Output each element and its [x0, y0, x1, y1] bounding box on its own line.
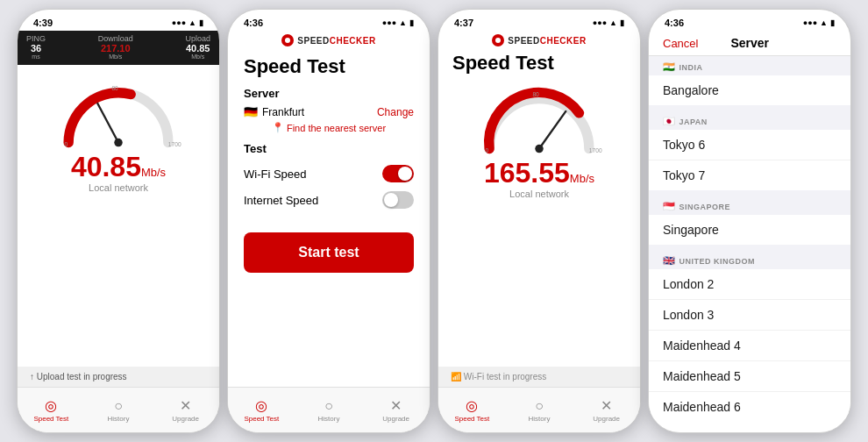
nav-upgrade-1[interactable]: ✕ Upgrade — [152, 388, 219, 432]
speedometer-section-3: 0 80 1700 165.55Mb/s Local network — [438, 75, 640, 203]
ping-unit: ms — [32, 53, 39, 60]
country-name-japan: JAPAN — [679, 118, 708, 126]
nearest-server-text: Find the nearest server — [287, 123, 386, 133]
speedtest-nav-icon-3: ◎ — [466, 397, 478, 414]
speedtest-nav-icon-2: ◎ — [255, 397, 267, 414]
server-list: 🇮🇳 INDIA Bangalore 🇯🇵 JAPAN Tokyo 6 Toky… — [649, 56, 850, 419]
signal-icon: ●●● — [172, 18, 186, 27]
wifi-progress-3: 📶 Wi-Fi test in progress — [438, 367, 640, 387]
ping-label: PING — [26, 34, 46, 43]
logo-text-3: SPEEDCHECKER — [508, 36, 586, 46]
nav-label-2-0: Speed Test — [244, 415, 279, 423]
test-section: Test Wi-Fi Speed Internet Speed — [244, 142, 414, 213]
change-server-btn[interactable]: Change — [377, 106, 414, 118]
signal-icon-4: ●●● — [803, 18, 817, 27]
history-nav-icon-2: ○ — [324, 398, 333, 414]
server-tokyo7[interactable]: Tokyo 7 — [649, 160, 850, 190]
server-row: 🇩🇪 Frankfurt Change — [244, 105, 414, 118]
server-london3[interactable]: London 3 — [649, 300, 850, 331]
speed-unit-3: Mb/s — [570, 172, 594, 185]
svg-line-8 — [539, 111, 566, 149]
server-maidenhead4[interactable]: Maidenhead 4 — [649, 331, 850, 361]
wifi-speed-toggle[interactable] — [382, 165, 414, 182]
nav-upgrade-2[interactable]: ✕ Upgrade — [362, 388, 430, 432]
upgrade-nav-icon-2: ✕ — [390, 397, 402, 414]
bottom-nav-3: ◎ Speed Test ○ History ✕ Upgrade — [438, 387, 640, 432]
svg-text:0: 0 — [64, 141, 68, 147]
logo-icon-3 — [492, 34, 504, 46]
speed-value-1: 40.85Mb/s — [71, 153, 166, 181]
nearest-server-btn[interactable]: 📍 Find the nearest server — [244, 122, 414, 133]
country-header-uk: 🇬🇧 UNITED KINGDOM — [649, 250, 850, 269]
server-london2[interactable]: London 2 — [649, 269, 850, 300]
upgrade-nav-icon-3: ✕ — [601, 397, 612, 414]
bottom-nav-1: ◎ Speed Test ○ History ✕ Upgrade — [18, 387, 219, 432]
nav-history-label-1: History — [108, 415, 130, 423]
server-info: 🇩🇪 Frankfurt — [244, 105, 304, 118]
internet-speed-label: Internet Speed — [244, 194, 318, 207]
cancel-button[interactable]: Cancel — [663, 37, 698, 50]
nav-speed-test-3[interactable]: ◎ Speed Test — [438, 388, 506, 432]
time-2: 4:36 — [244, 18, 263, 28]
time-1: 4:39 — [33, 18, 53, 28]
phone2-content: Speed Test Server 🇩🇪 Frankfurt Change 📍 … — [228, 48, 430, 280]
svg-text:1700: 1700 — [589, 147, 602, 153]
server-maidenhead6[interactable]: Maidenhead 6 — [649, 392, 850, 419]
history-nav-icon-3: ○ — [535, 398, 544, 414]
gauge-svg-1: 0 80 1700 — [48, 72, 189, 151]
nav-speed-test-label-1: Speed Test — [33, 415, 68, 423]
start-test-button[interactable]: Start test — [244, 232, 414, 273]
svg-text:0: 0 — [485, 147, 488, 153]
battery-icon: ▮ — [199, 18, 203, 27]
country-name-singapore: SINGAPORE — [679, 203, 731, 211]
gauge-svg-3: 0 80 1700 — [469, 78, 609, 157]
nav-speed-test-2[interactable]: ◎ Speed Test — [228, 388, 295, 432]
nav-label-2-2: Upgrade — [382, 415, 409, 423]
status-bar-2: 4:36 ●●● ▲ ▮ — [228, 10, 430, 31]
phone-4: 4:36 ●●● ▲ ▮ Cancel Server 🇮🇳 INDIA Bang… — [648, 9, 851, 433]
country-name-india: INDIA — [679, 63, 703, 72]
phone-3: 4:37 ●●● ▲ ▮ SPEEDCHECKER Speed Test 0 8… — [438, 9, 641, 433]
country-singapore: 🇸🇬 SINGAPORE Singapore — [649, 196, 850, 245]
nav-upgrade-3[interactable]: ✕ Upgrade — [573, 388, 640, 432]
country-name-uk: UNITED KINGDOM — [679, 257, 756, 266]
status-bar-1: 4:39 ●●● ▲ ▮ — [18, 10, 219, 31]
wifi-icon-3: ▲ — [609, 18, 617, 27]
status-icons-1: ●●● ▲ ▮ — [172, 18, 203, 27]
battery-icon-2: ▮ — [409, 18, 414, 27]
server-singapore[interactable]: Singapore — [649, 215, 850, 245]
wifi-speed-row: Wi-Fi Speed — [244, 160, 414, 187]
p2-title: Speed Test — [244, 55, 414, 78]
nav-label-2-1: History — [318, 415, 340, 423]
nav-speed-test-1[interactable]: ◎ Speed Test — [18, 388, 85, 432]
wifi-icon-4: ▲ — [820, 18, 828, 27]
server-bangalore[interactable]: Bangalore — [649, 75, 850, 105]
wifi-progress-text: 📶 Wi-Fi test in progress — [451, 372, 546, 381]
speedometer-section: 0 80 1700 40.85Mb/s Local network — [18, 65, 219, 196]
internet-speed-toggle[interactable] — [382, 191, 414, 209]
status-icons-2: ●●● ▲ ▮ — [382, 18, 414, 27]
wifi-icon-2: ▲ — [399, 18, 407, 27]
svg-line-3 — [97, 103, 118, 143]
wifi-speed-label: Wi-Fi Speed — [244, 168, 307, 181]
speed-unit-1: Mb/s — [141, 166, 166, 179]
svg-point-4 — [114, 139, 122, 146]
phone-1: 4:39 ●●● ▲ ▮ PING 36 ms Download 217.10 … — [17, 9, 220, 433]
logo-bar-2: SPEEDCHECKER — [228, 31, 430, 48]
test-section-label: Test — [244, 142, 414, 155]
server-name: Frankfurt — [262, 106, 304, 118]
upload-progress-text: ↑ Upload test in progress — [30, 372, 127, 381]
flag-uk: 🇬🇧 — [663, 255, 676, 267]
server-tokyo6[interactable]: Tokyo 6 — [649, 130, 850, 160]
country-india: 🇮🇳 INDIA Bangalore — [649, 56, 850, 105]
country-header-japan: 🇯🇵 JAPAN — [649, 110, 850, 130]
time-3: 4:37 — [454, 18, 473, 28]
server-maidenhead5[interactable]: Maidenhead 5 — [649, 361, 850, 392]
signal-icon-2: ●●● — [382, 18, 396, 27]
phone4-header: Cancel Server — [649, 31, 850, 56]
nav-label-3-1: History — [529, 415, 551, 423]
nav-history-2[interactable]: ○ History — [295, 388, 363, 432]
nav-history-1[interactable]: ○ History — [85, 388, 153, 432]
nav-history-3[interactable]: ○ History — [506, 388, 573, 432]
flag-india: 🇮🇳 — [663, 61, 676, 73]
